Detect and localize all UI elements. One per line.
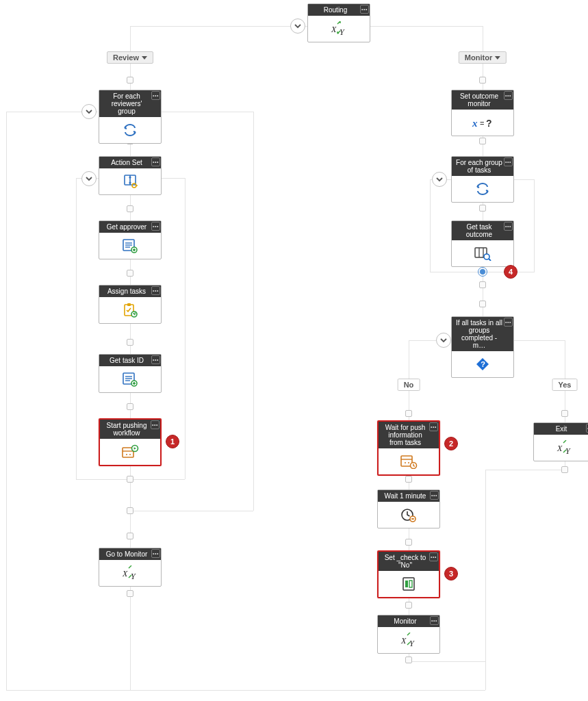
condition-icon: ?: [475, 357, 490, 372]
branch-review[interactable]: Review: [107, 51, 153, 64]
loop-icon: [122, 122, 138, 138]
routing-node[interactable]: Routing X Y: [307, 3, 370, 42]
routing-title: Routing: [324, 6, 347, 14]
branch-yes[interactable]: Yes: [552, 379, 578, 391]
get-task-outcome-node[interactable]: Get task outcome: [451, 220, 514, 267]
routing-icon: X Y: [330, 21, 348, 36]
node-menu-icon[interactable]: [151, 222, 160, 231]
node-menu-icon[interactable]: [151, 157, 160, 166]
svg-text:X: X: [557, 444, 563, 453]
exit-node[interactable]: Exit X Y: [533, 422, 588, 461]
set-outcome-label: Set outcome monitor: [460, 92, 498, 107]
monitor-node[interactable]: Monitor X Y: [377, 615, 440, 654]
wait-push-label: Wait for push information from tasks: [385, 424, 426, 446]
wait-item-icon: [400, 454, 418, 469]
node-menu-icon[interactable]: [430, 616, 439, 625]
get-approver-node[interactable]: Get approver: [99, 220, 162, 259]
set-check-no-label: Set _check to "No": [385, 554, 426, 569]
branch-monitor-label: Monitor: [465, 53, 492, 62]
svg-point-28: [129, 454, 131, 455]
set-outcome-node[interactable]: Set outcome monitor x = ?: [451, 90, 514, 136]
actionset-chevron-icon[interactable]: [81, 171, 97, 186]
monitor-label: Monitor: [394, 617, 416, 625]
workflow-canvas: Routing X Y Review Monitor For each revi…: [0, 0, 588, 701]
svg-text:Y: Y: [131, 572, 136, 581]
loop-icon: [474, 181, 491, 197]
node-menu-icon[interactable]: [151, 286, 160, 295]
get-task-id-node[interactable]: Get task ID: [99, 354, 162, 393]
exit-label: Exit: [556, 425, 567, 433]
clock-icon: [400, 507, 417, 522]
svg-text:X: X: [331, 25, 337, 34]
item-add-icon: [122, 372, 138, 387]
node-menu-icon[interactable]: [151, 355, 160, 364]
svg-point-27: [126, 454, 127, 455]
foreach-reviewers-node[interactable]: For each reviewers' group: [99, 90, 162, 144]
node-menu-icon[interactable]: [504, 157, 513, 166]
get-task-outcome-label: Get task outcome: [466, 223, 492, 238]
set-check-no-node[interactable]: Set _check to "No": [377, 550, 440, 598]
update-item-icon: [402, 576, 416, 591]
go-to-monitor-node[interactable]: Go to Monitor X Y: [99, 548, 162, 587]
if-all-tasks-node[interactable]: If all tasks in all groups completed - m…: [451, 316, 514, 378]
loop-end-icon: [478, 267, 487, 277]
get-approver-label: Get approver: [107, 223, 146, 231]
svg-text:X: X: [122, 569, 128, 578]
svg-rect-7: [136, 185, 138, 186]
branch-no-label: No: [404, 381, 414, 389]
routing-icon: X Y: [400, 633, 418, 648]
svg-point-38: [484, 254, 489, 259]
branch-no[interactable]: No: [398, 379, 420, 391]
routing-icon: X Y: [121, 565, 139, 581]
svg-line-39: [489, 259, 491, 261]
badge-4: 4: [504, 265, 517, 279]
foreach-tasks-chevron-icon[interactable]: [432, 172, 447, 187]
start-pushing-node[interactable]: Start pushing workflow: [99, 418, 162, 466]
if-all-tasks-label: If all tasks in all groups completed - m…: [456, 319, 502, 349]
node-menu-icon[interactable]: [504, 318, 513, 327]
action-set-icon: [123, 174, 138, 189]
foreach-tasks-label: For each group of tasks: [456, 159, 502, 174]
action-set-node[interactable]: Action Set: [99, 156, 162, 195]
wait-1-min-node[interactable]: Wait 1 minute: [377, 489, 440, 528]
node-menu-icon[interactable]: [151, 91, 160, 100]
assign-tasks-label: Assign tasks: [107, 288, 146, 295]
svg-text:Y: Y: [565, 446, 571, 455]
branch-monitor[interactable]: Monitor: [459, 51, 507, 64]
svg-point-44: [408, 462, 409, 463]
wait-push-node[interactable]: Wait for push information from tasks: [377, 420, 440, 476]
set-variable-icon: x = ?: [472, 116, 494, 129]
routing-icon: X Y: [556, 440, 574, 455]
node-menu-icon[interactable]: [151, 549, 160, 558]
wait-1-min-label: Wait 1 minute: [385, 492, 426, 500]
badge-2: 2: [444, 437, 458, 450]
svg-point-43: [405, 462, 406, 463]
svg-text:?: ?: [486, 118, 492, 129]
foreach-chevron-icon[interactable]: [81, 104, 97, 119]
node-menu-icon[interactable]: [429, 422, 438, 431]
get-task-id-label: Get task ID: [110, 357, 144, 364]
svg-rect-49: [405, 581, 408, 587]
start-workflow-icon: [121, 444, 139, 459]
node-menu-icon[interactable]: [151, 420, 159, 429]
clipboard-icon: [122, 303, 138, 318]
svg-text:?: ?: [481, 360, 485, 368]
node-menu-icon[interactable]: [504, 222, 513, 231]
if-chevron-icon[interactable]: [436, 333, 451, 348]
branch-review-label: Review: [113, 53, 139, 62]
foreach-tasks-node[interactable]: For each group of tasks: [451, 156, 514, 203]
item-add-icon: [122, 238, 138, 253]
svg-rect-16: [127, 303, 131, 306]
svg-text:=: =: [480, 119, 484, 127]
svg-text:Y: Y: [409, 639, 415, 648]
foreach-reviewers-label: For each reviewers' group: [112, 92, 142, 115]
start-pushing-label: Start pushing workflow: [107, 422, 147, 437]
node-menu-icon[interactable]: [430, 491, 439, 500]
node-menu-icon[interactable]: [504, 91, 513, 100]
svg-point-5: [129, 181, 131, 183]
assign-tasks-node[interactable]: Assign tasks: [99, 285, 162, 324]
badge-1: 1: [166, 435, 179, 448]
node-menu-icon[interactable]: [360, 5, 369, 14]
node-menu-icon[interactable]: [429, 552, 438, 561]
parallel-chevron-icon[interactable]: [290, 18, 305, 34]
